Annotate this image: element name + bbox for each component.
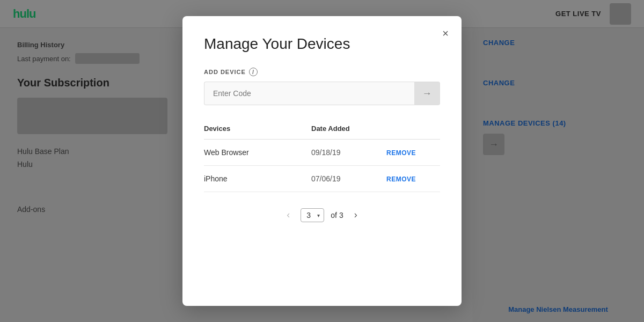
of-total-label: of 3 (331, 211, 343, 219)
table-row: iPhone 07/06/19 REMOVE (204, 166, 440, 192)
page-select-wrapper: 123 ▾ (301, 208, 324, 222)
col-date-added: Date Added (311, 120, 386, 140)
remove-cell: REMOVE (386, 140, 440, 166)
add-device-row: → (204, 82, 440, 105)
next-page-button[interactable]: › (350, 207, 362, 223)
remove-button[interactable]: REMOVE (386, 149, 416, 157)
remove-button[interactable]: REMOVE (386, 175, 416, 183)
date-added: 09/18/19 (311, 140, 386, 166)
prev-page-button[interactable]: ‹ (282, 207, 294, 223)
date-added: 07/06/19 (311, 166, 386, 192)
page-select[interactable]: 123 (301, 208, 324, 222)
col-action (386, 120, 440, 140)
remove-cell: REMOVE (386, 166, 440, 192)
manage-devices-modal: × Manage Your Devices ADD DEVICE i → Dev… (182, 16, 462, 306)
add-device-submit-button[interactable]: → (414, 82, 440, 105)
table-row: Web Browser 09/18/19 REMOVE (204, 140, 440, 166)
devices-table: Devices Date Added Web Browser 09/18/19 … (204, 120, 440, 192)
pagination: ‹ 123 ▾ of 3 › (204, 207, 440, 223)
col-devices: Devices (204, 120, 311, 140)
device-name: Web Browser (204, 140, 311, 166)
modal-title: Manage Your Devices (204, 35, 440, 53)
device-name: iPhone (204, 166, 311, 192)
enter-code-input[interactable] (204, 82, 414, 105)
modal-close-button[interactable]: × (440, 26, 451, 41)
info-icon[interactable]: i (249, 68, 258, 76)
add-device-label: ADD DEVICE i (204, 68, 440, 76)
